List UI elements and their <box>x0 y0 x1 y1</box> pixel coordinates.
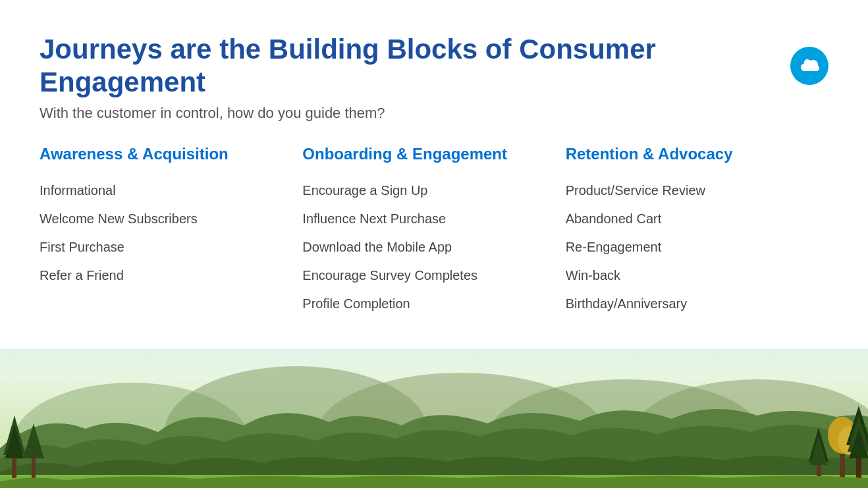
column-item-onboarding-3: Encourage Survey Completes <box>302 261 552 290</box>
salesforce-cloud-icon <box>798 54 821 78</box>
column-awareness: Awareness & AcquisitionInformationalWelc… <box>40 145 302 318</box>
column-item-retention-4: Birthday/Anniversary <box>566 290 815 318</box>
column-header-awareness: Awareness & Acquisition <box>40 145 289 163</box>
column-items-retention: Product/Service ReviewAbandoned CartRe-E… <box>566 176 815 318</box>
column-item-awareness-2: First Purchase <box>40 233 289 261</box>
column-item-awareness-0: Informational <box>40 176 289 205</box>
column-item-retention-0: Product/Service Review <box>566 176 815 205</box>
column-onboarding: Onboarding & EngagementEncourage a Sign … <box>302 145 565 318</box>
column-item-awareness-1: Welcome New Subscribers <box>40 205 289 233</box>
column-items-awareness: InformationalWelcome New SubscribersFirs… <box>40 176 289 290</box>
column-item-onboarding-2: Download the Mobile App <box>302 233 552 261</box>
page-container: Journeys are the Building Blocks of Cons… <box>0 0 868 488</box>
column-item-onboarding-4: Profile Completion <box>302 290 552 318</box>
column-item-awareness-3: Refer a Friend <box>40 261 289 290</box>
column-header-onboarding: Onboarding & Engagement <box>302 145 552 163</box>
subtitle-text: With the customer in control, how do you… <box>40 105 828 122</box>
columns-container: Awareness & AcquisitionInformationalWelc… <box>40 145 828 318</box>
column-item-onboarding-1: Influence Next Purchase <box>302 205 552 233</box>
content-area: Journeys are the Building Blocks of Cons… <box>0 0 868 349</box>
column-header-retention: Retention & Advocacy <box>566 145 815 163</box>
main-title-text: Journeys are the Building Blocks of Cons… <box>40 33 780 99</box>
column-items-onboarding: Encourage a Sign UpInfluence Next Purcha… <box>302 176 552 318</box>
main-title-container: Journeys are the Building Blocks of Cons… <box>40 33 828 99</box>
column-item-onboarding-0: Encourage a Sign Up <box>302 176 552 205</box>
column-item-retention-2: Re-Engagement <box>566 233 815 261</box>
column-item-retention-3: Win-back <box>566 261 815 290</box>
header-section: Journeys are the Building Blocks of Cons… <box>40 33 828 122</box>
column-item-retention-1: Abandoned Cart <box>566 205 815 233</box>
salesforce-logo <box>790 47 828 85</box>
column-retention: Retention & AdvocacyProduct/Service Revi… <box>566 145 828 318</box>
